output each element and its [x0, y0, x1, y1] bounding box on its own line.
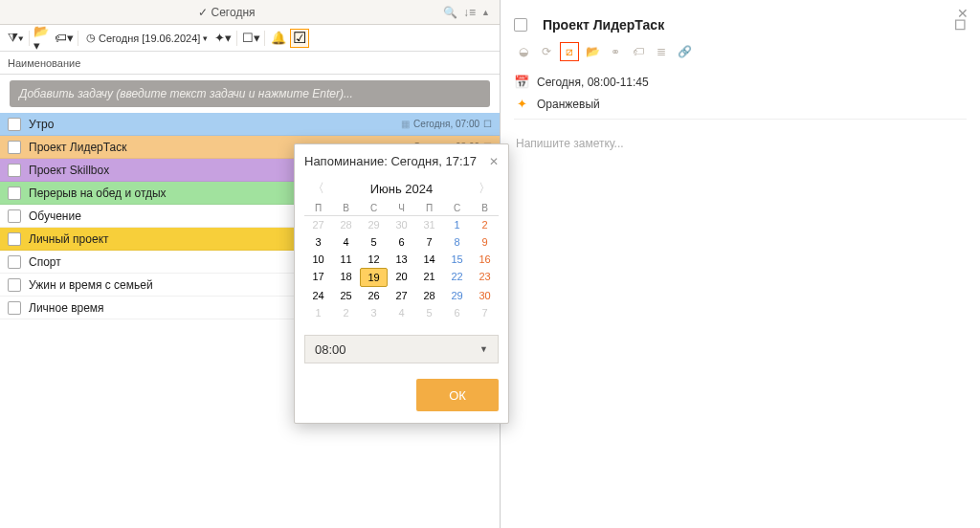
- title-label: Сегодня: [212, 6, 256, 19]
- calendar-day[interactable]: 5: [360, 233, 388, 251]
- calendar-day[interactable]: 27: [304, 216, 332, 233]
- detail-title: Проект ЛидерТаск: [543, 17, 664, 33]
- repeat-icon[interactable]: ⟳: [537, 42, 556, 61]
- calendar-day[interactable]: 26: [360, 287, 388, 304]
- calendar-day[interactable]: 25: [332, 287, 360, 304]
- task-checkbox[interactable]: [8, 209, 21, 223]
- task-checkbox[interactable]: [8, 141, 21, 154]
- folder-icon[interactable]: 📂▾: [33, 29, 53, 48]
- calendar-day[interactable]: 31: [415, 216, 443, 233]
- calendar-day[interactable]: 4: [388, 304, 415, 321]
- calendar-day[interactable]: 5: [415, 304, 443, 321]
- calendar-day[interactable]: 7: [471, 304, 499, 321]
- task-checkbox[interactable]: [8, 164, 21, 177]
- calendar-day[interactable]: 28: [415, 287, 443, 304]
- modal-title: Напоминание: Сегодня, 17:17: [304, 154, 477, 168]
- add-task-input[interactable]: Добавить задачу (введите текст задачи и …: [10, 80, 490, 107]
- calendar-day[interactable]: 8: [443, 233, 471, 251]
- task-checkbox[interactable]: [8, 255, 21, 269]
- move-icon[interactable]: 📂: [583, 42, 602, 61]
- collapse-icon[interactable]: ▲: [481, 8, 490, 17]
- calendar-day[interactable]: 29: [360, 216, 388, 233]
- calendar-day[interactable]: 14: [415, 251, 443, 268]
- assign-icon[interactable]: ◒: [514, 42, 533, 61]
- detail-action-bar: ◒ ⟳ ⧄ 📂 ⚭ 🏷 ≣ 🔗: [514, 42, 967, 61]
- calendar-day[interactable]: 2: [471, 216, 499, 233]
- dow-cell: П: [415, 203, 443, 213]
- reminder-icon[interactable]: ⧄: [560, 42, 579, 61]
- calendar-day[interactable]: 28: [332, 216, 360, 233]
- prop-color[interactable]: ✦ Оранжевый: [514, 97, 967, 111]
- calendar-day[interactable]: 30: [471, 287, 499, 304]
- calendar-day[interactable]: 15: [443, 251, 471, 268]
- bookmark-icon[interactable]: ☐: [954, 17, 967, 33]
- calendar-day[interactable]: 23: [471, 268, 499, 287]
- calendar-day[interactable]: 27: [388, 287, 415, 304]
- calendar-day[interactable]: 12: [360, 251, 388, 268]
- checklist-icon[interactable]: ≣: [652, 42, 671, 61]
- search-icon[interactable]: 🔍: [443, 6, 457, 19]
- calendar-day[interactable]: 2: [332, 304, 360, 321]
- calendar-day[interactable]: 10: [304, 251, 332, 268]
- calendar-day[interactable]: 30: [388, 216, 415, 233]
- calendar-day[interactable]: 9: [471, 233, 499, 251]
- calendar-day[interactable]: 16: [471, 251, 499, 268]
- calendar-day[interactable]: 4: [332, 233, 360, 251]
- next-month-icon[interactable]: 〉: [479, 180, 491, 197]
- wand-icon[interactable]: ✦▾: [213, 29, 233, 48]
- sort-icon[interactable]: ↓≡: [463, 6, 476, 19]
- task-checkbox[interactable]: [8, 232, 21, 246]
- task-checkbox[interactable]: [8, 278, 21, 292]
- ok-button[interactable]: ОК: [416, 379, 499, 411]
- calendar-icon: ▦: [401, 119, 410, 129]
- prop-date[interactable]: 📅 Сегодня, 08:00-11:45: [514, 75, 967, 89]
- title-bar: ✓ Сегодня 🔍 ↓≡ ▲: [0, 0, 500, 25]
- checkbox-icon[interactable]: ☐▾: [241, 29, 260, 48]
- month-label: Июнь 2024: [370, 182, 434, 196]
- tag2-icon[interactable]: 🏷: [629, 42, 648, 61]
- prev-month-icon[interactable]: 〈: [312, 180, 324, 197]
- reminder-mini-icon: ☐: [483, 119, 492, 129]
- task-checkbox[interactable]: [8, 187, 21, 200]
- calendar-days: 2728293031123456789101112131415161718192…: [304, 216, 499, 321]
- calendar-day[interactable]: 29: [443, 287, 471, 304]
- calendar-day[interactable]: 24: [304, 287, 332, 304]
- column-header[interactable]: Наименование: [0, 52, 500, 75]
- calendar-day[interactable]: 22: [443, 268, 471, 287]
- tag-icon[interactable]: 🏷▾: [55, 29, 74, 48]
- modal-close-icon[interactable]: ✕: [489, 155, 499, 168]
- calendar-day[interactable]: 3: [360, 304, 388, 321]
- link-icon[interactable]: ⚭: [606, 42, 625, 61]
- calendar-day[interactable]: 11: [332, 251, 360, 268]
- calendar-day[interactable]: 1: [443, 216, 471, 233]
- calendar-day[interactable]: 17: [304, 268, 332, 287]
- calendar-day[interactable]: 1: [304, 304, 332, 321]
- note-input[interactable]: Напишите заметку...: [514, 133, 967, 154]
- dow-cell: П: [304, 203, 332, 213]
- task-checkbox[interactable]: [8, 118, 21, 131]
- calendar-day[interactable]: 6: [388, 233, 415, 251]
- attach-icon[interactable]: 🔗: [675, 42, 694, 61]
- calendar-day[interactable]: 7: [415, 233, 443, 251]
- bell-icon[interactable]: 🔔: [269, 29, 288, 48]
- date-picker[interactable]: ◷ Сегодня [19.06.2024] ▾: [82, 32, 212, 44]
- task-meta: ▦Сегодня, 07:00 ☐: [401, 119, 492, 129]
- chevron-down-icon: ▼: [479, 344, 488, 354]
- calendar-day[interactable]: 18: [332, 268, 360, 287]
- clock-icon: ◷: [86, 32, 96, 44]
- calendar-day[interactable]: 3: [304, 233, 332, 251]
- task-row[interactable]: Утро▦Сегодня, 07:00 ☐: [0, 113, 500, 136]
- dow-cell: С: [360, 203, 388, 213]
- task-checkbox[interactable]: [8, 301, 21, 315]
- filter-icon[interactable]: ⧩▾: [6, 29, 25, 48]
- calendar-day[interactable]: 20: [388, 268, 415, 287]
- calendar-day[interactable]: 21: [415, 268, 443, 287]
- checked-toggle[interactable]: ☑: [290, 29, 309, 48]
- calendar-day[interactable]: 13: [388, 251, 415, 268]
- toolbar: ⧩▾ 📂▾ 🏷▾ ◷ Сегодня [19.06.2024] ▾ ✦▾ ☐▾ …: [0, 25, 500, 52]
- task-checkbox[interactable]: [514, 18, 527, 32]
- check-icon: ✓: [198, 6, 208, 19]
- time-select[interactable]: 08:00 ▼: [304, 335, 499, 363]
- calendar-day[interactable]: 6: [443, 304, 471, 321]
- calendar-day[interactable]: 19: [360, 268, 388, 287]
